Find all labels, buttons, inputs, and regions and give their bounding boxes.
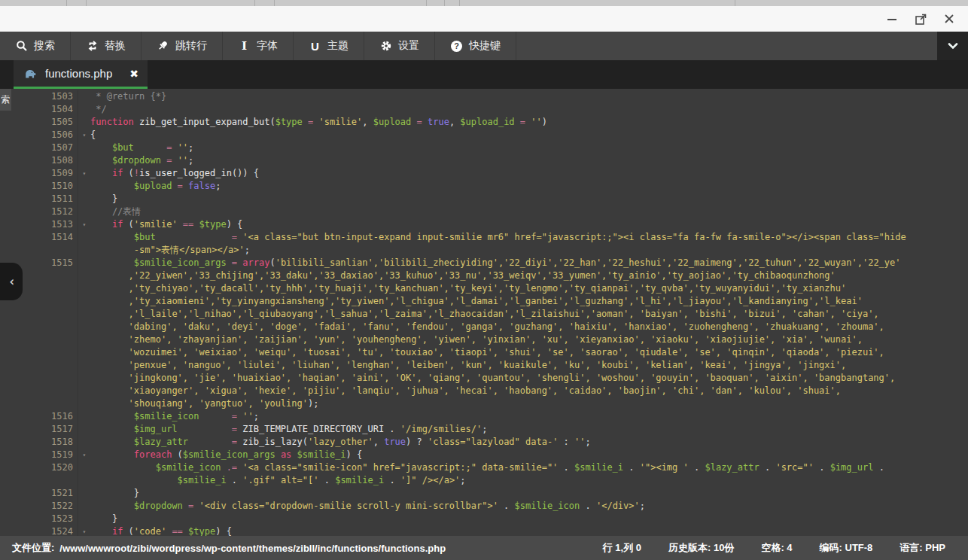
code-line[interactable]: //表情 (90, 205, 141, 218)
fold-marker-icon[interactable]: ▾ (78, 525, 90, 536)
line-number[interactable]: 1508 (0, 154, 78, 167)
line-number[interactable]: 1505 (0, 116, 78, 129)
code-row[interactable]: ,'ty_chiyao','ty_dacall','ty_hhh','ty_hu… (0, 282, 968, 295)
code-line[interactable]: $dropdown = '<div class="dropdown-smilie… (90, 500, 645, 513)
code-row[interactable]: ,'l_laile','l_nihao','l_qiubaoyang','l_s… (0, 308, 968, 321)
line-number[interactable]: 1516 (0, 410, 78, 423)
code-line[interactable]: $smilie_icon_args = array('bilibili_sanl… (90, 257, 901, 269)
code-line[interactable]: foreach ($smilie_icon_args as $smilie_i)… (90, 449, 362, 461)
code-row[interactable]: 1506▾{ (0, 129, 968, 142)
code-row[interactable]: 'jingkong', 'jie', 'huaixiao', 'haqian',… (0, 372, 968, 385)
code-row[interactable]: 1524▾ if ('code' == $type) { (0, 525, 968, 536)
code-editor[interactable]: 索 ‹ 1503 * @return {*}1504 */1505functio… (0, 89, 968, 536)
close-window-button[interactable] (941, 11, 957, 27)
code-line[interactable]: $smilie_i . '.gif" alt="[' . $smilie_i .… (90, 474, 466, 487)
minimize-button[interactable] (884, 11, 900, 27)
code-row[interactable]: 'dabing', 'daku', 'deyi', 'doge', 'fadai… (0, 321, 968, 333)
code-row[interactable]: 'xiaoyanger', 'xigua', 'hexie', 'pijiu',… (0, 385, 968, 397)
code-line[interactable]: 'jingkong', 'jie', 'huaixiao', 'haqian',… (90, 372, 895, 385)
line-number[interactable]: 1517 (0, 423, 78, 436)
line-number[interactable]: 1511 (0, 193, 78, 205)
code-row[interactable]: 1514 $but = '<a class="but btn-input-exp… (0, 231, 968, 244)
line-number[interactable]: 1518 (0, 436, 78, 449)
fold-marker-icon[interactable]: ▾ (78, 129, 90, 142)
code-row[interactable]: 1517 $img_url = ZIB_TEMPLATE_DIRECTORY_U… (0, 423, 968, 436)
shortcuts-button[interactable]: ? 快捷键 (435, 32, 516, 60)
line-number[interactable]: 1503 (0, 90, 78, 103)
code-row[interactable]: 1507 $but = ''; (0, 142, 968, 154)
code-line[interactable]: $lazy_attr = zib_is_lazy('lazy_other', t… (90, 436, 591, 449)
line-number[interactable]: 1514 (0, 231, 78, 244)
code-line[interactable]: ,'ty_chiyao','ty_dacall','ty_hhh','ty_hu… (90, 282, 846, 295)
code-row[interactable]: 'shouqiang', 'yangtuo', 'youling'); (0, 397, 968, 410)
restore-button[interactable] (912, 11, 929, 27)
search-panel-side-tab[interactable]: 索 (0, 89, 11, 111)
code-line[interactable]: 'penxue', 'nanguo', 'liulei', 'liuhan', … (90, 359, 846, 372)
settings-button[interactable]: 设置 (364, 32, 435, 60)
goto-line-button[interactable]: 跳转行 (142, 32, 223, 60)
code-row[interactable]: 1520 $smilie_icon .= '<a class="smilie-i… (0, 461, 968, 474)
code-row[interactable]: 1513▾ if ('smilie' == $type) { (0, 218, 968, 231)
code-row[interactable]: 1521 } (0, 487, 968, 500)
code-row[interactable]: 'zhemo', 'zhayanjian', 'zaijian', 'yun',… (0, 333, 968, 346)
code-row[interactable]: 1505function zib_get_input_expand_but($t… (0, 116, 968, 129)
line-number[interactable] (0, 346, 78, 359)
fold-marker-icon[interactable]: ▾ (78, 218, 90, 231)
code-line[interactable]: $dropdown = ''; (90, 154, 193, 167)
code-line[interactable]: } (90, 513, 117, 525)
code-line[interactable]: if (!is_user_logged_in()) { (90, 167, 259, 180)
code-line[interactable]: 'wozuimei', 'weixiao', 'weiqu', 'tuosai'… (90, 346, 884, 359)
line-number[interactable]: 1524 (0, 525, 78, 536)
line-number[interactable] (0, 308, 78, 321)
code-line[interactable]: ,'l_laile','l_nihao','l_qiubaoyang','l_s… (90, 308, 879, 321)
search-button[interactable]: 搜索 (0, 32, 71, 60)
code-row[interactable]: 1515 $smilie_icon_args = array('bilibili… (0, 257, 968, 269)
code-line[interactable]: ,'ty_xiaomieni','ty_yinyangxiansheng','t… (90, 295, 863, 308)
spaces-setting[interactable]: 空格: 4 (761, 541, 792, 555)
line-number[interactable] (0, 397, 78, 410)
line-number[interactable] (0, 474, 78, 487)
code-row[interactable]: 1504 */ (0, 103, 968, 116)
code-line[interactable]: $but = '<a class="but btn-input-expand i… (90, 231, 906, 244)
code-row[interactable]: 'wozuimei', 'weixiao', 'weiqu', 'tuosai'… (0, 346, 968, 359)
code-line[interactable]: 'shouqiang', 'yangtuo', 'youling'); (90, 397, 318, 410)
language-setting[interactable]: 语言: PHP (900, 541, 945, 555)
code-line[interactable]: { (90, 129, 96, 142)
tab-close-icon[interactable]: ✖ (129, 68, 139, 80)
line-number[interactable] (0, 333, 78, 346)
line-number[interactable]: 1507 (0, 142, 78, 154)
code-row[interactable]: 1510 $upload = false; (0, 180, 968, 193)
code-row[interactable]: 1522 $dropdown = '<div class="dropdown-s… (0, 500, 968, 513)
line-number[interactable]: 1519 (0, 449, 78, 461)
replace-button[interactable]: 替换 (71, 32, 142, 60)
code-line[interactable]: } (90, 193, 117, 205)
line-number[interactable]: 1520 (0, 461, 78, 474)
sidebar-collapse-handle[interactable]: ‹ (0, 263, 23, 300)
font-button[interactable]: I 字体 (223, 32, 294, 60)
fold-marker-icon[interactable]: ▾ (78, 449, 90, 461)
history-versions[interactable]: 历史版本: 10份 (668, 541, 734, 555)
line-number[interactable]: 1513 (0, 218, 78, 231)
code-row[interactable]: 1516 $smilie_icon = ''; (0, 410, 968, 423)
line-number[interactable] (0, 244, 78, 257)
code-line[interactable]: $upload = false; (90, 180, 221, 193)
line-number[interactable] (0, 385, 78, 397)
code-line[interactable]: $but = ''; (90, 142, 193, 154)
code-line[interactable]: 'zhemo', 'zhayanjian', 'zaijian', 'yun',… (90, 333, 863, 346)
code-line[interactable]: */ (90, 103, 107, 116)
code-line[interactable]: if ('smilie' == $type) { (90, 218, 242, 231)
line-number[interactable]: 1504 (0, 103, 78, 116)
theme-button[interactable]: U 主题 (294, 32, 364, 60)
tab-functions-php[interactable]: functions.php ✖ (14, 60, 148, 89)
code-line[interactable]: * @return {*} (90, 90, 166, 103)
code-row[interactable]: 1503 * @return {*} (0, 90, 968, 103)
code-row[interactable]: 1519▾ foreach ($smilie_icon_args as $smi… (0, 449, 968, 461)
line-number[interactable]: 1522 (0, 500, 78, 513)
code-row[interactable]: ,'ty_xiaomieni','ty_yinyangxiansheng','t… (0, 295, 968, 308)
code-line[interactable]: -sm">表情</span></a>'; (90, 244, 250, 257)
code-line[interactable]: $img_url = ZIB_TEMPLATE_DIRECTORY_URI . … (90, 423, 487, 436)
code-row[interactable]: 1511 } (0, 193, 968, 205)
line-number[interactable]: 1506 (0, 129, 78, 142)
line-number[interactable] (0, 372, 78, 385)
line-number[interactable] (0, 359, 78, 372)
